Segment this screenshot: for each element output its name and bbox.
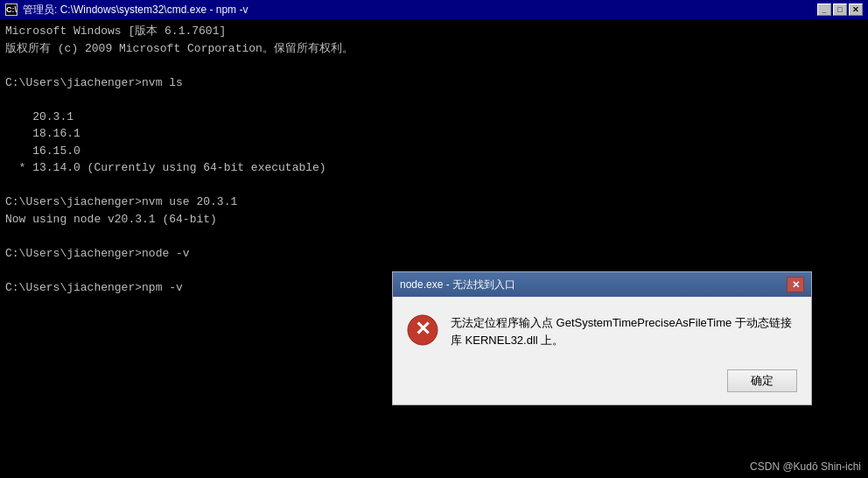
terminal-content: Microsoft Windows [版本 6.1.7601] 版权所有 (c)… [0, 19, 868, 299]
dialog-message: 无法定位程序输入点 GetSystemTimePreciseAsFileTime… [451, 314, 797, 348]
ok-button[interactable]: 确定 [727, 369, 797, 392]
minimize-button[interactable]: _ [817, 4, 831, 16]
error-icon: ✕ [407, 314, 438, 346]
watermark: CSDN @Kudō Shin-ichi [750, 460, 861, 473]
cmd-icon: C:\ [5, 4, 18, 16]
dialog-footer: 确定 [393, 362, 811, 404]
maximize-button[interactable]: □ [833, 4, 847, 16]
dialog-title: node.exe - 无法找到入口 [400, 278, 787, 292]
dialog-message-line2: 库 KERNEL32.dll 上。 [451, 334, 564, 347]
cmd-title: 管理员: C:\Windows\system32\cmd.exe - npm -… [23, 3, 817, 18]
dialog-titlebar: node.exe - 无法找到入口 ✕ [393, 272, 811, 297]
dialog-body: ✕ 无法定位程序输入点 GetSystemTimePreciseAsFileTi… [393, 297, 811, 362]
close-button[interactable]: ✕ [849, 4, 863, 16]
cmd-titlebar: C:\ 管理员: C:\Windows\system32\cmd.exe - n… [0, 0, 868, 19]
dialog-close-button[interactable]: ✕ [787, 277, 804, 292]
cmd-window: C:\ 管理员: C:\Windows\system32\cmd.exe - n… [0, 0, 868, 478]
cmd-window-controls: _ □ ✕ [817, 4, 863, 16]
dialog-message-line1: 无法定位程序输入点 GetSystemTimePreciseAsFileTime… [451, 316, 792, 329]
svg-text:✕: ✕ [415, 318, 430, 340]
error-dialog: node.exe - 无法找到入口 ✕ ✕ 无法定位程序输入点 GetSyste… [392, 271, 812, 405]
